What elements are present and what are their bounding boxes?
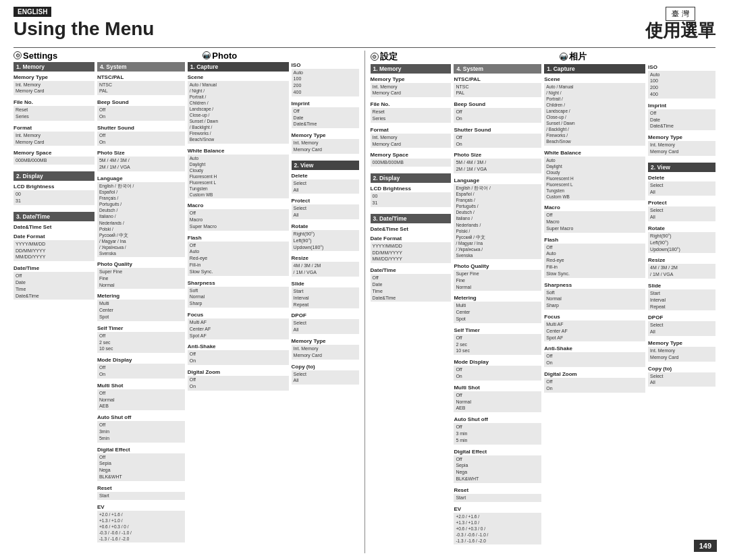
ntsc-pal-options: NTSCPAL — [97, 81, 185, 96]
r-digital-zoom-options: OffOn — [544, 378, 645, 393]
photo-quality-group: Photo Quality Super FineFineNormal — [97, 261, 185, 289]
mode-display-options: OffOn — [97, 364, 185, 379]
language-options: English / 한국어 /Español /Français /Portug… — [97, 182, 185, 257]
r-file-no-options: ResetSeries — [371, 108, 452, 123]
r-mode-display-label: Mode Display — [454, 359, 541, 365]
r-language-options: English / 한국어 /Español /Français /Portug… — [454, 184, 541, 259]
r-beep-label: Beep Sound — [454, 101, 541, 107]
mode-display-label: Mode Display — [97, 357, 185, 363]
r-copy-to-group: Copy (to) SelectAll — [648, 366, 716, 388]
right-columns: 1. Memory Memory Type Int. MemoryMemory … — [371, 64, 716, 553]
r-flash-label: Flash — [544, 237, 645, 243]
format-label: Format — [14, 125, 94, 131]
r-ntsc-pal-options: NTSCPAL — [454, 83, 541, 98]
file-no-options: ResetSeries — [14, 106, 94, 121]
page-number: 149 — [694, 540, 717, 552]
r-photo-quality-group: Photo Quality Super FineFineNormal — [454, 263, 541, 291]
self-timer-options: Off2 sec10 sec — [97, 332, 185, 353]
r-self-timer-options: Off2 sec10 sec — [454, 334, 541, 355]
sharpness-label: Sharpness — [188, 280, 289, 286]
left-half: ⚙ Settings 📷 Photo 1. Memory Memory Type… — [14, 51, 364, 553]
right-memory-tab: 1. Memory — [371, 64, 452, 74]
r-digital-effect-options: OffSepiaNegaBLK&WHT — [454, 455, 541, 483]
english-badge: ENGLISH — [14, 7, 51, 17]
r-resize-label: Resize — [648, 257, 716, 263]
file-no-label: File No. — [14, 99, 94, 105]
r-multi-shot-options: OffNormalAEB — [454, 391, 541, 412]
delete-options: SelectAll — [292, 179, 359, 194]
right-display-tab: 2. Display — [371, 173, 452, 183]
datetime-set-label: Date&Time Set — [14, 224, 94, 230]
r-ev-group: EV +2.0 / +1.6 /+1.3 / +1.0 /+0.6 / +0.3… — [454, 506, 541, 545]
r-macro-options: OffMacroSuper Macro — [544, 211, 645, 232]
r-memory-type-label: Memory Type — [371, 76, 452, 82]
digital-zoom-label: Digital Zoom — [188, 369, 289, 375]
r-focus-group: Focus Multi AFCenter AFSpot AF — [544, 314, 645, 342]
right-system-tab: 4. System — [454, 64, 541, 74]
r-dpof-options: SelectAll — [648, 321, 716, 336]
system-column: 4. System NTSC/PAL NTSCPAL Beep Sound Of… — [97, 62, 185, 553]
mode-display-group: Mode Display OffOn — [97, 357, 185, 379]
r-sharpness-options: SoftNormalSharp — [544, 289, 645, 310]
r-flash-options: OffAutoRed-eyeFill-inSlow Sync. — [544, 244, 645, 278]
auto-shutoff-group: Auto Shut off Off3min5min — [97, 414, 185, 443]
r-auto-shutoff-options: Off3 min5 min — [454, 423, 541, 444]
r-slide-label: Slide — [648, 283, 716, 289]
digital-zoom-group: Digital Zoom OffOn — [188, 369, 289, 391]
date-format-options: YYYY/MM/DDDD/MM/YYYYMM/DD/YYYY — [14, 240, 94, 261]
r-memory-type-photo-values: Int. MemoryMemory Card — [648, 141, 716, 156]
r-language-group: Language English / 한국어 /Español /Françai… — [454, 177, 541, 260]
page-title-en: Using the Menu — [14, 19, 154, 40]
macro-group: Macro OffMacroSuper Macro — [188, 202, 289, 231]
r-metering-options: MultiCenterSpot — [454, 302, 541, 323]
r-date-format-options: YYYY/MM/DDDD/MM/YYYYMM/DD/YYYY — [371, 242, 452, 263]
imprint-values: OffDateDate&Time — [292, 107, 359, 128]
header-divider — [14, 47, 716, 48]
r-datetime-set-group: Date&Time Set — [371, 226, 452, 232]
datetime-set-group: Date&Time Set — [14, 224, 94, 230]
r-ev-label: EV — [454, 506, 541, 512]
rotate-label: Rotate — [292, 223, 359, 229]
right-photo-icon: 📷 — [560, 53, 568, 61]
r-reset-label: Reset — [454, 487, 541, 493]
digital-effect-group: Digital Effect OffSepiaNegaBLK&WHT — [97, 447, 185, 482]
auto-shutoff-options: Off3min5min — [97, 421, 185, 442]
digital-zoom-options: OffOn — [188, 376, 289, 391]
r-memory-space-group: Memory Space 000MB/000MB — [371, 152, 452, 167]
r-lcd-brightness-group: LCD Brightness 0031 — [371, 186, 452, 208]
settings-icon: ⚙ — [14, 51, 22, 59]
resize-label: Resize — [292, 255, 359, 261]
header-right: 臺 灣 使用選單 — [645, 7, 716, 40]
protect-group: Protect SelectAll — [292, 198, 359, 220]
copy-to-group: Copy (to) SelectAll — [292, 364, 359, 386]
r-ntsc-pal-label: NTSC/PAL — [454, 76, 541, 82]
self-timer-group: Self Timer Off2 sec10 sec — [97, 325, 185, 354]
r-digital-zoom-label: Digital Zoom — [544, 371, 645, 377]
scene-group: Scene Auto / Manual/ Night /Portrait /Ch… — [188, 74, 289, 144]
r-anti-shake-label: Anti-Shake — [544, 345, 645, 352]
resize-group: Resize 4M / 3M / 2M/ 1M / VGA — [292, 255, 359, 277]
iso-group: ISO Auto100200400 — [292, 62, 359, 97]
r-mode-display-options: OffOn — [454, 366, 541, 381]
wb-group: White Balance AutoDaylightCloudyFluoresc… — [188, 148, 289, 200]
multi-shot-group: Multi Shot OffNormalAEB — [97, 383, 185, 411]
r-wb-options: AutoDaylightCloudyFluorescent HFluoresce… — [544, 157, 645, 201]
format-options: Int. MemoryMemory Card — [14, 132, 94, 146]
imprint-label: Imprint — [292, 101, 359, 107]
right-section-headers: ⚙ 設定 📷 相片 — [371, 51, 716, 63]
beep-options: OffOn — [97, 106, 185, 121]
view-tab: 2. View — [292, 161, 359, 170]
r-reset-group: Reset Start — [454, 487, 541, 503]
r-copy-to-options: SelectAll — [648, 372, 716, 387]
right-settings-header: ⚙ 設定 — [371, 51, 558, 63]
r-photo-quality-options: Super FineFineNormal — [454, 270, 541, 291]
r-datetime-options: OffDateTimeDate&Time — [371, 274, 452, 302]
right-half: ⚙ 設定 📷 相片 1. Memory Memory Type Int. Mem… — [364, 51, 716, 553]
r-file-no-label: File No. — [371, 101, 452, 107]
ev-values: +2.0 / +1.6 /+1.3 / +1.0 /+0.6 / +0.3 / … — [97, 511, 185, 542]
photo-size-label: Photo Size — [97, 150, 185, 156]
memory-tab: 1. Memory — [14, 62, 94, 72]
focus-label: Focus — [188, 312, 289, 318]
beep-label: Beep Sound — [97, 99, 185, 105]
r-memory-type-group: Memory Type Int. MemoryMemory Card — [371, 76, 452, 99]
